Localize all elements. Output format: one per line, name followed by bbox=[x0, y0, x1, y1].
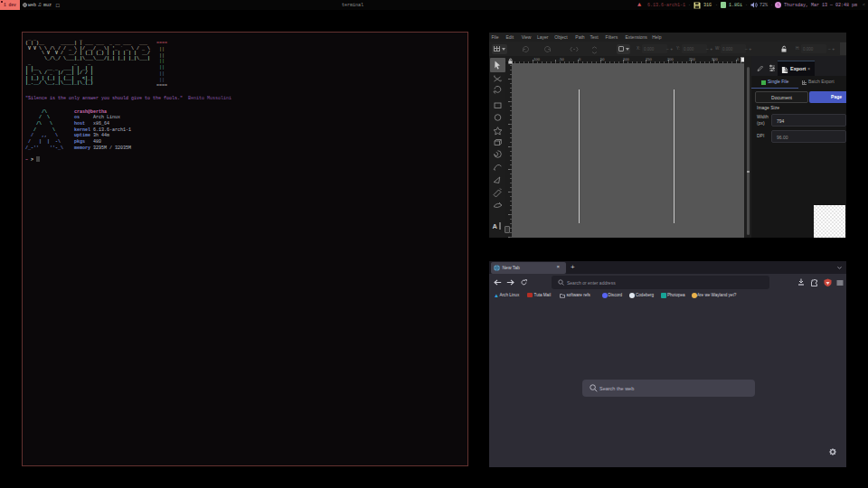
svg-text:A: A bbox=[493, 222, 498, 230]
